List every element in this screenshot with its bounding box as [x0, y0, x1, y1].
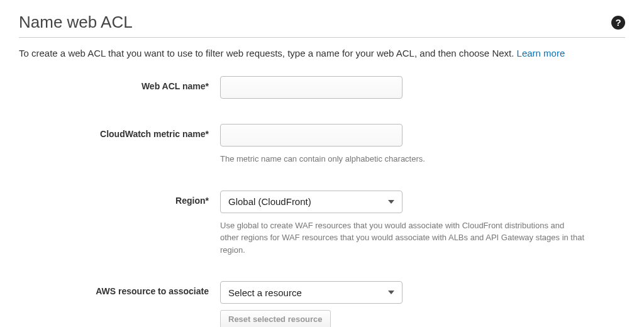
label-aws-resource: AWS resource to associate	[19, 281, 220, 296]
control-aws-resource: Select a resource Reset selected resourc…	[220, 281, 604, 327]
aws-resource-select[interactable]: Select a resource	[220, 281, 402, 304]
page-title: Name web ACL	[19, 13, 133, 32]
region-selected-value: Global (CloudFront)	[228, 196, 311, 207]
help-icon[interactable]: ?	[611, 16, 625, 30]
caret-down-icon	[388, 291, 394, 294]
page-header: Name web ACL ?	[19, 13, 625, 38]
label-cloudwatch-metric: CloudWatch metric name*	[19, 124, 220, 139]
row-web-acl-name: Web ACL name*	[19, 76, 625, 99]
cloudwatch-metric-input[interactable]	[220, 124, 402, 147]
control-web-acl-name	[220, 76, 604, 99]
caret-down-icon	[388, 200, 394, 204]
web-acl-name-input[interactable]	[220, 76, 402, 99]
hint-cloudwatch-metric: The metric name can contain only alphabe…	[220, 153, 585, 165]
control-cloudwatch-metric: The metric name can contain only alphabe…	[220, 124, 604, 165]
intro-text: To create a web ACL that you want to use…	[19, 48, 625, 58]
hint-region: Use global to create WAF resources that …	[220, 219, 585, 257]
row-aws-resource: AWS resource to associate Select a resou…	[19, 281, 625, 327]
control-region: Global (CloudFront) Use global to create…	[220, 191, 604, 257]
row-region: Region* Global (CloudFront) Use global t…	[19, 191, 625, 257]
learn-more-link[interactable]: Learn more	[517, 48, 565, 58]
row-cloudwatch-metric: CloudWatch metric name* The metric name …	[19, 124, 625, 165]
aws-resource-selected-value: Select a resource	[228, 287, 302, 298]
label-region: Region*	[19, 191, 220, 206]
region-select[interactable]: Global (CloudFront)	[220, 191, 402, 213]
label-web-acl-name: Web ACL name*	[19, 76, 220, 91]
reset-selected-resource-button[interactable]: Reset selected resource	[220, 310, 331, 327]
intro-text-body: To create a web ACL that you want to use…	[19, 48, 517, 58]
